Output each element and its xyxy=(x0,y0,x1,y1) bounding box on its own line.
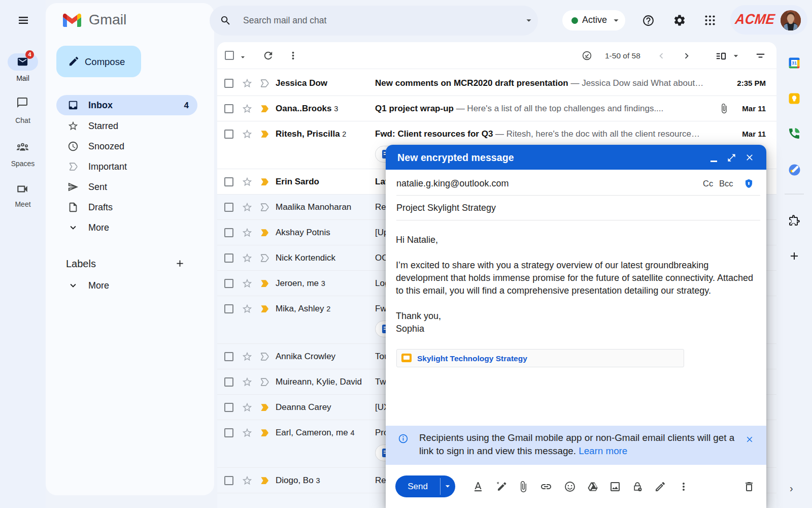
svg-text:31: 31 xyxy=(792,60,797,66)
